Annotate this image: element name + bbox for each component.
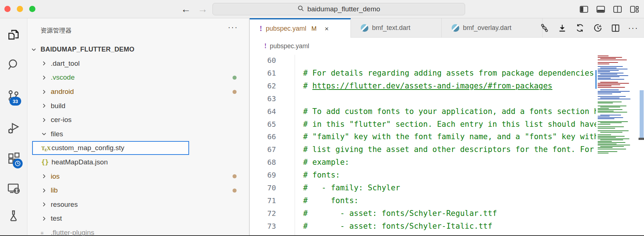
chevron-right-icon[interactable] <box>41 173 47 180</box>
chevron-down-icon[interactable] <box>41 131 47 137</box>
code-line-60[interactable]: 60 <box>250 55 644 67</box>
chevron-right-icon[interactable] <box>41 117 47 123</box>
code-line-73[interactable]: 73 # - asset: fonts/Schyler-Italic.ttf <box>250 220 644 233</box>
tree-item-ios[interactable]: ios <box>27 169 249 183</box>
minimap-line <box>598 151 617 152</box>
testing-icon[interactable] <box>5 207 22 224</box>
code-line-67[interactable]: 67 # list giving the asset and other des… <box>250 143 644 156</box>
remote-explorer-icon[interactable] <box>5 180 22 197</box>
code-line-66[interactable]: 66 # "family" key with the font family n… <box>250 130 644 143</box>
code-text: # For details regarding adding assets fr… <box>294 67 596 80</box>
minimap-line <box>598 91 630 92</box>
code-text: # To add custom fonts to your applicatio… <box>294 105 596 118</box>
chevron-right-icon[interactable] <box>41 60 47 67</box>
chevron-right-icon[interactable] <box>41 201 47 208</box>
more-actions-icon[interactable]: ··· <box>628 23 638 33</box>
tree-item--dart-tool[interactable]: .dart_tool <box>27 57 249 71</box>
minimap-line <box>600 82 618 83</box>
minimize-window-button[interactable] <box>17 6 23 12</box>
chevron-down-icon[interactable] <box>30 46 37 53</box>
tree-item-test[interactable]: test <box>27 212 249 226</box>
restore-timeline-icon[interactable] <box>593 23 603 33</box>
tab-label: bmf_overlay.dart <box>463 24 511 32</box>
tab-bmf-text-dart[interactable]: bmf_text.dart <box>351 18 442 38</box>
tree-item-android[interactable]: android <box>27 85 249 99</box>
tree-item-label: .flutter-plugins <box>51 229 94 236</box>
minimap-line <box>598 126 624 127</box>
code-text: # "family" key with the font family name… <box>294 130 596 143</box>
tree-item-cer-ios[interactable]: cer-ios <box>27 113 249 127</box>
breadcrumb[interactable]: ! pubspec.yaml <box>250 38 644 55</box>
tree-item-resoures[interactable]: resoures <box>27 198 249 212</box>
chevron-right-icon[interactable] <box>41 215 47 222</box>
code-line-64[interactable]: 64 # To add custom fonts to your applica… <box>250 105 644 118</box>
minimap-line <box>598 130 629 131</box>
chevron-right-icon[interactable] <box>41 74 47 81</box>
code-link[interactable]: https://flutter.dev/assets-and-images/#f… <box>313 81 552 90</box>
code-line-68[interactable]: 68 # example: <box>250 156 644 169</box>
code-line-71[interactable]: 71 # fonts: <box>250 194 644 207</box>
minimap-line <box>598 66 623 67</box>
line-number: 63 <box>250 92 276 105</box>
code-line-72[interactable]: 72 # - asset: fonts/Schyler-Regular.ttf <box>250 207 644 220</box>
close-tab-icon[interactable]: × <box>325 25 329 33</box>
tree-item-label: resoures <box>51 201 78 209</box>
tree-item-baidumap-flutter-demo[interactable]: BAIDUMAP_FLUTTER_DEMO <box>27 42 249 57</box>
code-line-65[interactable]: 65 # in this "flutter" section. Each ent… <box>250 118 644 131</box>
compare-changes-icon[interactable] <box>540 23 549 33</box>
sync-icon[interactable] <box>575 23 585 33</box>
minimap-line <box>598 153 609 153</box>
tree-item--vscode[interactable]: .vscode <box>27 71 249 85</box>
minimap-line <box>600 74 617 75</box>
line-number: 73 <box>250 220 276 233</box>
tree-item--flutter-plugins[interactable]: ≡.flutter-plugins <box>27 226 249 236</box>
minimap[interactable] <box>597 55 644 236</box>
toggle-panel-icon[interactable] <box>596 5 605 14</box>
split-editor-icon[interactable] <box>611 23 620 33</box>
extensions-icon[interactable] <box>5 150 22 167</box>
tab-bmf-overlay-dart[interactable]: bmf_overlay.dart <box>442 18 543 38</box>
maximize-window-button[interactable] <box>29 6 35 12</box>
code-line-69[interactable]: 69 # fonts: <box>250 169 644 182</box>
navigate-forward-button[interactable]: → <box>196 2 209 16</box>
chevron-right-icon[interactable] <box>41 88 47 95</box>
code-text: # in this "flutter" section. Each entry … <box>294 118 596 131</box>
code-line-61[interactable]: 61 # For details regarding adding assets… <box>250 67 644 80</box>
minimap-line <box>598 138 629 139</box>
chevron-right-icon[interactable] <box>41 103 47 109</box>
code-line-62[interactable]: 62 # https://flutter.dev/assets-and-imag… <box>250 80 644 92</box>
yaml-warning-icon: ! <box>260 24 262 33</box>
tab-pubspec-yaml[interactable]: ! pubspec.yaml M × <box>250 18 351 38</box>
minimap-line <box>598 109 622 110</box>
search-view-icon[interactable] <box>5 56 22 73</box>
tree-item-custom-map-config-sty[interactable]: TEXcustom_map_config.sty <box>27 141 249 155</box>
tree-item-label: custom_map_config.sty <box>51 144 124 152</box>
sidebar-more-actions-button[interactable]: ··· <box>228 23 238 32</box>
code-line-63[interactable]: 63 <box>250 92 644 105</box>
chevron-right-icon[interactable] <box>41 187 47 194</box>
tree-item-build[interactable]: build <box>27 99 249 113</box>
toggle-secondary-sidebar-icon[interactable] <box>613 5 622 14</box>
code-editor[interactable]: 6061 # For details regarding adding asse… <box>250 55 644 236</box>
command-center-search[interactable]: baidumap_flutter_demo <box>212 3 465 15</box>
code-line-70[interactable]: 70 # - family: Schyler <box>250 182 644 194</box>
scm-changes-badge: 33 <box>9 97 21 106</box>
tree-item-label: .dart_tool <box>51 60 80 68</box>
run-and-debug-icon[interactable] <box>5 120 22 137</box>
explorer-icon[interactable] <box>5 26 22 43</box>
tree-item-files[interactable]: files <box>27 127 249 141</box>
minimap-line <box>598 121 628 122</box>
download-icon[interactable] <box>557 23 567 33</box>
minimap-line <box>598 112 627 113</box>
minimap-line <box>598 57 622 58</box>
navigate-back-button[interactable]: ← <box>180 2 192 16</box>
source-control-icon[interactable]: 33 <box>5 87 22 104</box>
tree-item-lib[interactable]: lib <box>27 183 249 198</box>
close-window-button[interactable] <box>4 6 11 12</box>
tree-item-heatmapdata-json[interactable]: {}heatMapData.json <box>27 155 249 170</box>
minimap-slider[interactable] <box>640 90 644 138</box>
toggle-primary-sidebar-icon[interactable] <box>579 5 589 14</box>
minimap-line <box>600 140 623 140</box>
editor-actions: ··· <box>542 18 644 38</box>
customize-layout-icon[interactable] <box>630 5 639 14</box>
